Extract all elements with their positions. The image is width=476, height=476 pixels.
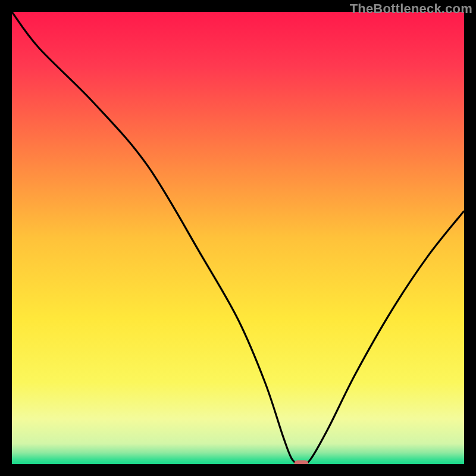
optimal-point-marker — [294, 461, 308, 465]
watermark-text: TheBottleneck.com — [350, 1, 472, 17]
plot-svg — [12, 12, 464, 464]
gradient-background — [12, 12, 464, 464]
plot-area — [12, 12, 464, 464]
chart-canvas: TheBottleneck.com — [0, 0, 476, 476]
